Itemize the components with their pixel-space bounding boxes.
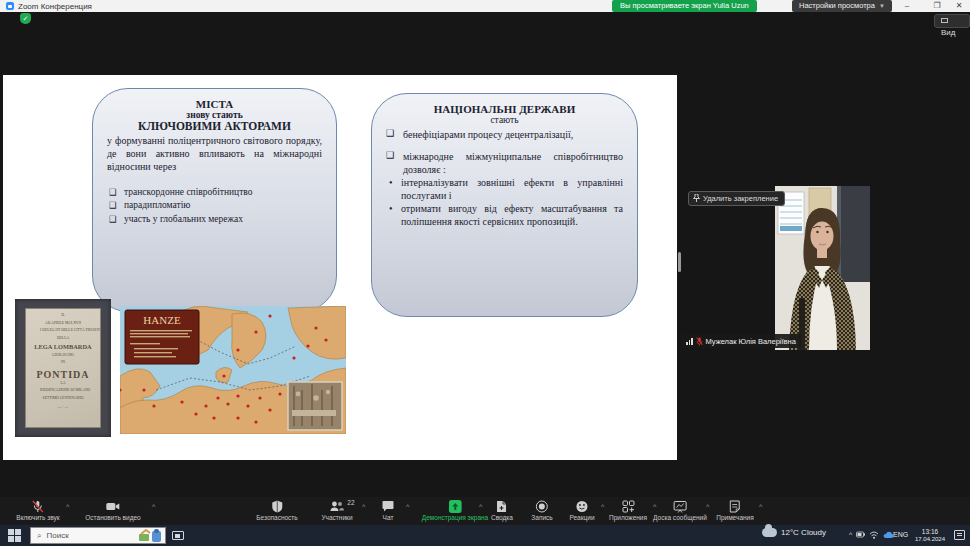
view-layout-button[interactable]: Вид — [934, 14, 970, 28]
search-icon: ⌕ — [37, 531, 41, 541]
windows-taskbar: ⌕ Поиск ✉ ✆ W T 12°C Cloudy ^ ENG — [0, 525, 970, 546]
square-bullet-icon: ❑ — [109, 213, 117, 225]
maximize-button[interactable]: ❐ — [926, 0, 948, 12]
list-item: •отримати вигоду від ефекту масштабуванн… — [386, 202, 623, 228]
pinned-video-panel: Удалить закрепление Мужелак Юлія Валерії… — [680, 185, 880, 350]
security-button[interactable]: Безопасность — [256, 500, 297, 521]
record-icon — [535, 500, 548, 513]
square-bullet-icon: ❑ — [109, 199, 117, 211]
system-tray[interactable]: ^ — [849, 530, 894, 539]
pontida-plaque-image: IL AD APRILE MCLXVII I DELEGATI DELLE CI… — [15, 299, 111, 437]
camera-icon — [105, 500, 120, 513]
notification-center-icon[interactable] — [954, 530, 965, 540]
search-input[interactable]: ⌕ Поиск — [30, 527, 166, 544]
chat-chevron[interactable]: ^ — [406, 503, 409, 510]
mic-options-chevron[interactable]: ^ — [66, 503, 69, 510]
notes-button[interactable]: Примечания — [716, 500, 754, 521]
plaque-line: AD APRILE MCLXVII — [40, 321, 86, 326]
window-title: Zoom Конференция — [18, 2, 92, 11]
signal-strength-icon — [686, 338, 693, 345]
plaque-line: LEGA LOMBARDA — [33, 343, 92, 351]
video-options-chevron[interactable]: ^ — [152, 503, 155, 510]
plaque-line: SETTIMO CENTENARIO — [40, 396, 86, 401]
battery-icon — [856, 530, 865, 539]
map-title: HANZE — [143, 314, 181, 326]
reactions-chevron[interactable]: ^ — [601, 503, 604, 510]
plaque-tablet: IL AD APRILE MCLXVII I DELEGATI DELLE CI… — [25, 308, 101, 428]
chat-button[interactable]: Чат — [382, 500, 395, 521]
left-box-title2: КЛЮЧОВИМИ АКТОРАМИ — [107, 120, 322, 132]
start-button[interactable] — [8, 529, 21, 542]
list-item: ❑бенефіціарами процесу децентралізації, — [386, 128, 623, 141]
stop-video-button[interactable]: Остановить видео — [85, 500, 140, 521]
participant-video[interactable] — [775, 186, 870, 350]
participants-chevron[interactable]: ^ — [362, 503, 365, 510]
summary-button[interactable]: Сводка — [491, 500, 513, 521]
left-box-subtitle: знову стають — [107, 110, 322, 120]
whiteboard-button[interactable]: Доска сообщений — [653, 500, 707, 521]
plaque-line: DELLA — [40, 336, 86, 341]
cloud-icon — [762, 528, 777, 537]
participants-button[interactable]: 22 Участники — [321, 500, 352, 521]
clock-time: 13:16 — [910, 528, 950, 536]
right-box-title: НАЦІОНАЛЬНІ ДЕРЖАВИ — [386, 103, 623, 115]
document-plus-icon — [496, 500, 507, 513]
search-placeholder: Поиск — [46, 531, 68, 540]
apps-grid-icon — [622, 500, 635, 513]
chevron-down-icon: ▼ — [879, 3, 885, 9]
security-shield-icon[interactable]: ✓ — [20, 13, 31, 24]
list-item: ❑парадипломатію — [107, 199, 322, 213]
plaque-line: LA — [40, 381, 86, 386]
square-bullet-icon: ❑ — [386, 150, 394, 162]
plaque-line: IL — [40, 313, 86, 318]
tray-expand-chevron[interactable]: ^ — [849, 531, 852, 538]
task-view-button[interactable] — [172, 531, 184, 540]
square-bullet-icon: ❑ — [386, 128, 394, 140]
view-options-button[interactable]: Настройки просмотра▼ — [792, 0, 892, 12]
record-button[interactable]: Запись — [531, 500, 552, 521]
clock-date: 17.04.2024 — [910, 536, 950, 543]
language-indicator[interactable]: ENG — [893, 531, 908, 538]
reactions-button[interactable]: Реакции — [569, 500, 594, 521]
share-chevron[interactable]: ^ — [479, 503, 482, 510]
slide-box-cities: МІСТА знову стають КЛЮЧОВИМИ АКТОРАМИ у … — [92, 88, 337, 312]
left-box-title: МІСТА — [107, 98, 322, 110]
notes-chevron[interactable]: ^ — [759, 503, 762, 510]
slide-box-states: НАЦІОНАЛЬНІ ДЕРЖАВИ стають ❑бенефіціарам… — [371, 93, 638, 317]
zoom-meeting-window: Zoom Конференция Вы просматриваете экран… — [0, 0, 970, 546]
whiteboard-icon — [673, 500, 687, 513]
unmute-button[interactable]: Включить звук — [16, 500, 59, 521]
window-title-bar: Zoom Конференция Вы просматриваете экран… — [0, 0, 970, 12]
dot-bullet-icon: • — [389, 176, 393, 189]
participants-icon — [330, 500, 345, 513]
list-item: ❑транскордонне співробітництво — [107, 186, 322, 200]
shield-icon — [271, 500, 283, 513]
list-item: ❑участь у глобальних мережах — [107, 213, 322, 227]
share-screen-icon — [448, 500, 461, 513]
hanze-map-image: HANZE — [120, 306, 346, 434]
screen-viewing-banner: Вы просматриваете экран Yulia Uzun — [612, 0, 757, 12]
minimize-button[interactable]: – — [896, 0, 918, 12]
close-button[interactable]: ✕ — [948, 0, 970, 12]
remove-pin-button[interactable]: Удалить закрепление — [688, 191, 785, 206]
mic-muted-icon — [31, 500, 44, 513]
grid-view-icon — [941, 18, 948, 23]
weather-widget[interactable]: 12°C Cloudy — [762, 528, 826, 537]
plaque-line: I DELEGATI DELLE CITTÀ PRESENTI — [40, 328, 86, 333]
meeting-toolbar: Включить звук ^ Остановить видео ^ Безоп… — [0, 497, 970, 525]
chat-bubble-icon — [382, 500, 395, 513]
weather-text: 12°C Cloudy — [781, 528, 826, 537]
whiteboard-chevron[interactable]: ^ — [706, 503, 709, 510]
participants-count: 22 — [347, 499, 354, 506]
apps-button[interactable]: Приложения — [609, 500, 647, 521]
participant-name-label: Мужелак Юлія Валеріївна — [681, 334, 801, 348]
wifi-icon — [869, 531, 879, 539]
square-bullet-icon: ❑ — [109, 186, 117, 198]
smiley-icon — [575, 500, 588, 513]
plaque-line: PONTIDA — [26, 368, 100, 381]
list-item: •інтерналізувати зовнішні ефекти в управ… — [386, 176, 623, 202]
left-box-paragraph: у формуванні поліцентричного світового п… — [107, 134, 322, 174]
plaque-line: RIEDIFICAZIONE DI MILANO — [40, 388, 86, 393]
search-doodle — [138, 529, 164, 542]
taskbar-clock[interactable]: 13:16 17.04.2024 — [910, 528, 950, 543]
